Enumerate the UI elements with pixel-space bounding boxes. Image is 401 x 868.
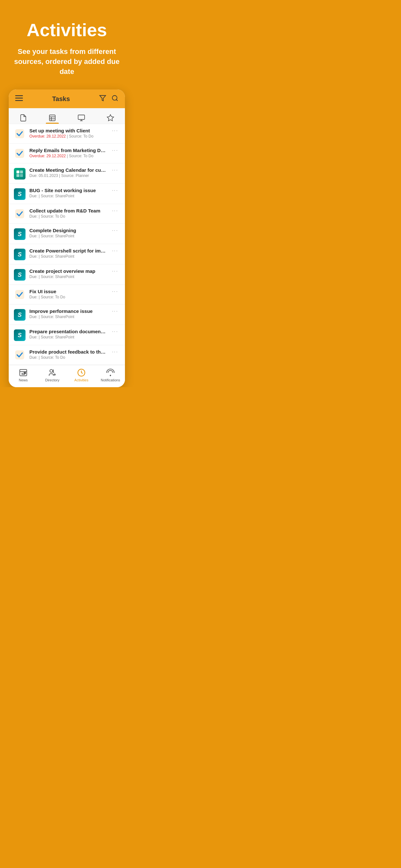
svg-marker-13 (107, 115, 114, 121)
sharepoint-icon: S (14, 269, 26, 281)
svg-rect-18 (17, 174, 19, 177)
task-title: BUG - Site not working issue (29, 188, 106, 193)
task-content: Create Meeting Calendar for current mont… (29, 167, 106, 178)
task-item[interactable]: S Create project overview map Due: | Sou… (9, 265, 125, 285)
nav-news[interactable]: News (9, 368, 38, 382)
phone-mockup: Tasks (9, 89, 125, 387)
task-more-button[interactable]: ⋮ (110, 308, 120, 314)
task-item[interactable]: Fix UI issue Due: | Source: To Do ⋮ (9, 285, 125, 305)
bottom-navigation: News Directory Activities (9, 365, 125, 387)
header-section: Activities See your tasks from different… (0, 0, 134, 86)
task-content: Fix UI issue Due: | Source: To Do (29, 289, 106, 299)
task-meta: Due: | Source: SharePoint (29, 194, 106, 198)
app-header: Tasks (9, 89, 125, 108)
sharepoint-icon: S (14, 330, 26, 341)
svg-rect-2 (15, 100, 23, 101)
task-item[interactable]: S Improve performance issue Due: | Sourc… (9, 305, 125, 325)
task-more-button[interactable]: ⋮ (110, 167, 120, 174)
app-title: Tasks (52, 95, 70, 103)
nav-notifications-label: Notifications (101, 378, 120, 382)
task-more-button[interactable]: ⋮ (110, 248, 120, 254)
task-item[interactable]: Create Meeting Calendar for current mont… (9, 163, 125, 184)
task-meta: Due: | Source: To Do (29, 214, 106, 219)
task-meta: Overdue: 29.12.2022 | Source: To Do (29, 154, 106, 158)
sharepoint-icon: S (14, 228, 26, 240)
todo-icon (14, 148, 26, 159)
todo-icon (14, 208, 26, 220)
nav-activities[interactable]: Activities (67, 368, 96, 382)
planner-icon (14, 168, 26, 180)
task-item[interactable]: Set up meeting with Client Overdue: 28.1… (9, 124, 125, 144)
sharepoint-icon: S (14, 249, 26, 260)
task-item[interactable]: S BUG - Site not working issue Due: | So… (9, 184, 125, 204)
tab-list[interactable] (43, 112, 61, 124)
svg-point-35 (110, 375, 111, 376)
tab-file[interactable] (14, 112, 32, 124)
search-icon[interactable] (112, 95, 119, 103)
task-content: Collect update from R&D Team Due: | Sour… (29, 208, 106, 219)
task-more-button[interactable]: ⋮ (110, 188, 120, 194)
todo-icon (14, 349, 26, 361)
task-title: Collect update from R&D Team (29, 208, 106, 213)
task-item[interactable]: S Create Powershell script for import Da… (9, 244, 125, 265)
task-meta: Due: | Source: SharePoint (29, 254, 106, 259)
svg-line-5 (116, 100, 118, 101)
header-actions (99, 95, 119, 103)
task-more-button[interactable]: ⋮ (110, 128, 120, 134)
task-title: Reply Emails from Marketing Dept (29, 148, 106, 153)
svg-rect-22 (15, 350, 24, 360)
task-item[interactable]: Collect update from R&D Team Due: | Sour… (9, 204, 125, 224)
task-more-button[interactable]: ⋮ (110, 208, 120, 214)
todo-icon (14, 289, 26, 300)
menu-icon[interactable] (15, 95, 23, 103)
nav-activities-label: Activities (74, 378, 88, 382)
task-meta: Due: | Source: To Do (29, 355, 106, 360)
svg-rect-0 (15, 95, 23, 96)
task-item[interactable]: S Complete Designing Due: | Source: Shar… (9, 224, 125, 244)
task-more-button[interactable]: ⋮ (110, 228, 120, 234)
page-title: Activities (6, 20, 127, 40)
nav-notifications[interactable]: Notifications (96, 368, 125, 382)
svg-rect-19 (20, 174, 23, 177)
svg-rect-6 (50, 115, 55, 121)
task-content: Set up meeting with Client Overdue: 28.1… (29, 128, 106, 138)
svg-rect-15 (15, 149, 24, 158)
filter-icon[interactable] (99, 95, 106, 103)
task-item[interactable]: S Prepare presentation documentation Due… (9, 325, 125, 345)
svg-marker-3 (100, 96, 105, 101)
nav-directory[interactable]: Directory (38, 368, 67, 382)
task-more-button[interactable]: ⋮ (110, 289, 120, 295)
nav-directory-label: Directory (45, 378, 59, 382)
task-item[interactable]: Reply Emails from Marketing Dept Overdue… (9, 144, 125, 163)
nav-news-label: News (19, 378, 28, 382)
task-meta: Due: | Source: SharePoint (29, 275, 106, 279)
task-title: Complete Designing (29, 228, 106, 233)
task-content: BUG - Site not working issue Due: | Sour… (29, 188, 106, 198)
task-content: Create Powershell script for import Data… (29, 248, 106, 259)
task-meta: Due: | Source: To Do (29, 295, 106, 299)
task-more-button[interactable]: ⋮ (110, 148, 120, 154)
task-content: Complete Designing Due: | Source: ShareP… (29, 228, 106, 238)
task-content: Create project overview map Due: | Sourc… (29, 268, 106, 279)
task-content: Provide product feedback to the Off-shor… (29, 349, 106, 360)
task-content: Prepare presentation documentation Due: … (29, 329, 106, 339)
tab-starred[interactable] (101, 112, 120, 124)
task-meta: Overdue: 28.12.2022 | Source: To Do (29, 134, 106, 138)
svg-rect-10 (78, 115, 85, 120)
sharepoint-icon: S (14, 309, 26, 321)
task-item[interactable]: Provide product feedback to the Off-shor… (9, 345, 125, 365)
task-title: Create Meeting Calendar for current mont… (29, 167, 106, 173)
todo-icon (14, 128, 26, 140)
task-more-button[interactable]: ⋮ (110, 268, 120, 275)
task-more-button[interactable]: ⋮ (110, 329, 120, 335)
task-tab-bar (9, 108, 125, 124)
task-list: Set up meeting with Client Overdue: 28.1… (9, 124, 125, 365)
tab-desktop[interactable] (72, 112, 90, 124)
task-more-button[interactable]: ⋮ (110, 349, 120, 355)
task-title: Prepare presentation documentation (29, 329, 106, 334)
task-title: Create project overview map (29, 268, 106, 274)
header-subtitle: See your tasks from different sources, o… (6, 47, 127, 76)
task-title: Improve performance issue (29, 308, 106, 314)
task-title: Fix UI issue (29, 289, 106, 294)
svg-rect-21 (15, 290, 24, 299)
